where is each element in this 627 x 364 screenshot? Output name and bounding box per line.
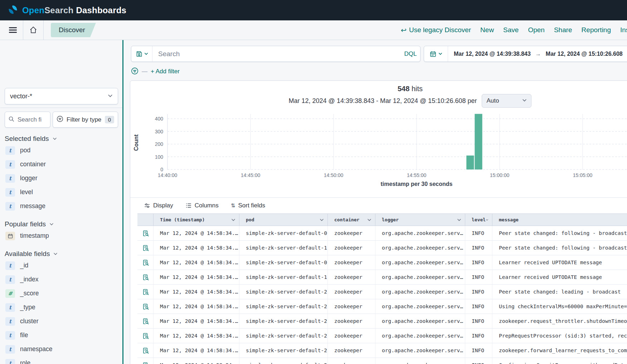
x-tick-label: 15:00:00 xyxy=(490,172,510,178)
inspect-document-icon[interactable] xyxy=(142,318,149,325)
date-from[interactable]: Mar 12, 2024 @ 14:39:38.843 xyxy=(454,51,531,57)
filter-circle-icon[interactable] xyxy=(131,67,138,76)
app-header: OpenSearchDashboards xyxy=(0,0,627,20)
cell-message: zookeeper.forward_learner_requests_to_co… xyxy=(492,343,627,358)
x-tick-label: 14:55:00 xyxy=(407,172,427,178)
y-tick-label: 0 xyxy=(160,167,163,172)
nav-link-label: Save xyxy=(503,26,519,34)
menu-hamburger-icon[interactable] xyxy=(6,20,20,40)
inspect-document-icon[interactable] xyxy=(142,230,149,237)
index-pattern-select[interactable]: vector-* xyxy=(5,88,118,104)
table-row: Mar 12, 2024 @ 14:58:34.…simple-zk-serve… xyxy=(137,343,627,358)
home-icon[interactable] xyxy=(26,20,40,40)
field-item-logger[interactable]: tlogger xyxy=(5,171,118,185)
column-header-message[interactable]: message xyxy=(492,214,627,226)
cell-message: Peer state changed: following - broadcas… xyxy=(492,226,627,240)
date-to[interactable]: Mar 12, 2024 @ 15:10:26.608 xyxy=(546,51,623,57)
field-item-timestamp[interactable]: timestamp xyxy=(5,229,118,243)
field-search-input[interactable] xyxy=(17,116,45,124)
inspect-document-icon[interactable] xyxy=(142,347,149,354)
cell-container: zookeeper xyxy=(328,299,375,314)
row-control-cell xyxy=(137,314,154,328)
field-item-index[interactable]: t_index xyxy=(5,272,118,286)
section-heading-selected-fields[interactable]: Selected fields xyxy=(5,134,118,143)
histogram-bar[interactable]: 14:58:30: 438 xyxy=(475,114,482,169)
breadcrumb-discover[interactable]: Discover xyxy=(51,23,96,37)
opensearch-logo-icon xyxy=(7,4,19,17)
nav-link-reporting[interactable]: Reporting xyxy=(582,26,611,34)
row-control-cell xyxy=(137,285,154,299)
filter-count-badge: 0 xyxy=(105,116,114,123)
section-heading-popular-fields[interactable]: Popular fields xyxy=(5,220,118,229)
nav-link-new[interactable]: New xyxy=(480,26,494,34)
field-item-level[interactable]: tlevel xyxy=(5,185,118,199)
saved-query-menu-button[interactable] xyxy=(131,46,152,62)
field-item-score[interactable]: #_score xyxy=(5,286,118,300)
row-control-cell xyxy=(137,255,154,270)
column-header-pod[interactable]: pod xyxy=(239,214,328,226)
cell-container: zookeeper xyxy=(328,255,375,270)
field-item-type[interactable]: t_type xyxy=(5,300,118,314)
column-header-time-timestamp[interactable]: Time (timestamp) xyxy=(154,214,239,226)
column-header-logger[interactable]: logger xyxy=(375,214,465,226)
field-type-string-icon: t xyxy=(5,146,15,155)
inspect-document-icon[interactable] xyxy=(142,245,149,251)
nav-link-save[interactable]: Save xyxy=(503,26,519,34)
field-name: container xyxy=(20,161,46,168)
sort-fields-button[interactable]: ⇅ Sort fields xyxy=(231,202,265,209)
nav-link-inspect[interactable]: Inspect xyxy=(620,26,627,34)
cell-message: Peer state changed: following - broadcas… xyxy=(492,241,627,255)
inspect-document-icon[interactable] xyxy=(142,362,149,364)
field-item-cluster[interactable]: tcluster xyxy=(5,314,118,328)
sidebar-resize-handle[interactable] xyxy=(122,40,123,364)
interval-select[interactable]: Auto xyxy=(482,94,531,108)
search-input[interactable] xyxy=(152,46,401,62)
y-axis-title: Count xyxy=(133,134,139,151)
calendar-menu-button[interactable] xyxy=(424,46,448,62)
nav-link-share[interactable]: Share xyxy=(554,26,572,34)
nav-link-open[interactable]: Open xyxy=(528,26,544,34)
x-tick-label: 14:40:00 xyxy=(158,172,178,178)
display-button[interactable]: Display xyxy=(144,202,173,209)
section-heading-available-fields[interactable]: Available fields xyxy=(5,249,118,259)
add-filter-button[interactable]: + Add filter xyxy=(151,68,180,75)
column-header-container[interactable]: container xyxy=(328,214,375,226)
field-item-file[interactable]: tfile xyxy=(5,328,118,342)
hits-count-line: 548 hits xyxy=(130,84,627,93)
column-header-level[interactable]: level xyxy=(465,214,492,226)
arrow-right-icon: → xyxy=(535,51,541,57)
nav-link-use-legacy-discover[interactable]: ↩Use legacy Discover xyxy=(401,26,471,34)
inspect-document-icon[interactable] xyxy=(142,259,149,266)
field-name: _index xyxy=(20,276,39,283)
filter-icon xyxy=(57,115,63,124)
field-item-message[interactable]: tmessage xyxy=(5,199,118,213)
inspect-document-icon[interactable] xyxy=(142,333,149,339)
table-section: Display Columns ⇅ Sort fields Time (time… xyxy=(130,197,627,364)
field-item-namespace[interactable]: tnamespace xyxy=(5,342,118,356)
field-type-number-icon: # xyxy=(5,289,15,298)
filter-bar: — + Add filter xyxy=(131,66,627,77)
field-search-box xyxy=(5,112,50,128)
query-language-button[interactable]: DQL xyxy=(401,46,420,62)
row-control-cell xyxy=(137,270,154,284)
histogram-chart: 14:40:0014:45:0014:50:0014:55:0015:00:00… xyxy=(130,112,627,188)
field-item-id[interactable]: t_id xyxy=(5,259,118,272)
field-item-role[interactable]: trole xyxy=(5,356,118,364)
field-controls: Filter by type 0 xyxy=(5,112,118,128)
cell-container: zookeeper xyxy=(328,226,375,240)
cell-pod: simple-zk-server-default-2 xyxy=(239,299,328,314)
sort-icon: ⇅ xyxy=(231,202,235,209)
field-type-string-icon: t xyxy=(5,202,15,211)
cell-logger: org.apache.zookeeper.serv… xyxy=(375,329,465,343)
field-item-container[interactable]: tcontainer xyxy=(5,157,118,171)
columns-button[interactable]: Columns xyxy=(185,202,219,209)
filter-by-type-button[interactable]: Filter by type 0 xyxy=(53,112,118,128)
cell-container: zookeeper xyxy=(328,270,375,284)
field-item-pod[interactable]: tpod xyxy=(5,143,118,157)
inspect-document-icon[interactable] xyxy=(142,289,149,295)
inspect-document-icon[interactable] xyxy=(142,303,149,310)
inspect-document-icon[interactable] xyxy=(142,274,149,281)
histogram-bar[interactable]: 14:58:00: 110 xyxy=(466,156,474,169)
field-type-string-icon: t xyxy=(5,317,15,326)
cell-container: zookeeper xyxy=(328,285,375,299)
